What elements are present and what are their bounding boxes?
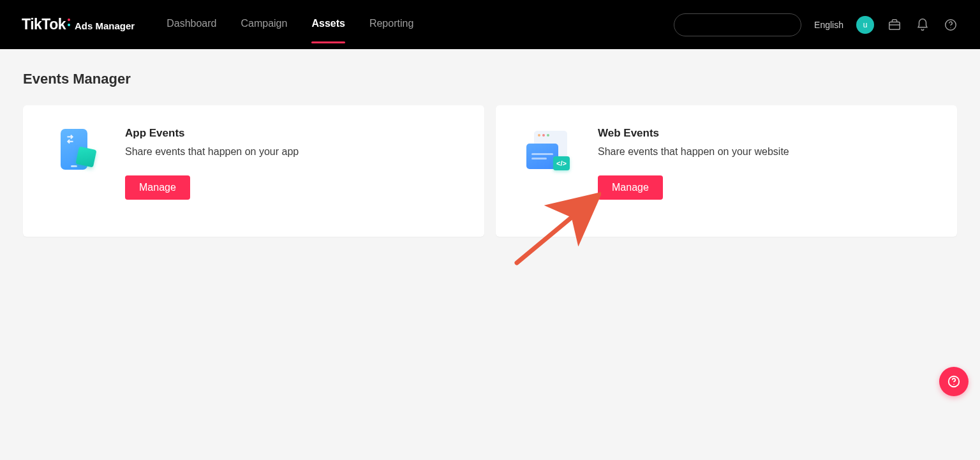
card-web-events: </> Web Events Share events that happen … xyxy=(496,105,957,237)
web-events-description: Share events that happen on your website xyxy=(598,146,935,158)
language-switcher[interactable]: English xyxy=(814,20,843,30)
brand-logo[interactable]: TikTok Ads Manager xyxy=(22,16,135,33)
help-circle-icon xyxy=(947,375,961,389)
app-events-manage-button[interactable]: Manage xyxy=(125,175,190,200)
web-events-icon: </> xyxy=(526,128,567,172)
logo-product-word: Ads Manager xyxy=(75,20,135,31)
briefcase-icon[interactable] xyxy=(887,17,902,33)
page-title: Events Manager xyxy=(23,71,957,87)
app-events-description: Share events that happen on your app xyxy=(125,146,463,158)
web-events-manage-button[interactable]: Manage xyxy=(598,175,663,200)
app-events-icon xyxy=(54,128,94,172)
nav-reporting[interactable]: Reporting xyxy=(369,18,413,32)
svg-point-2 xyxy=(950,27,951,28)
bell-icon[interactable] xyxy=(915,17,930,33)
user-avatar[interactable]: u xyxy=(856,16,874,34)
svg-rect-0 xyxy=(889,22,900,29)
event-cards-row: App Events Share events that happen on y… xyxy=(23,105,957,237)
page-content: Events Manager App Events Share events t… xyxy=(0,49,980,258)
top-nav-bar: TikTok Ads Manager Dashboard Campaign As… xyxy=(0,0,980,49)
web-events-title: Web Events xyxy=(598,127,935,140)
nav-assets[interactable]: Assets xyxy=(311,18,345,32)
user-avatar-letter: u xyxy=(863,20,868,29)
main-nav: Dashboard Campaign Assets Reporting xyxy=(167,18,413,32)
app-events-title: App Events xyxy=(125,127,463,140)
nav-campaign[interactable]: Campaign xyxy=(241,18,287,32)
logo-tiktok-word: TikTok xyxy=(22,16,66,33)
help-circle-icon[interactable] xyxy=(943,17,958,33)
nav-dashboard[interactable]: Dashboard xyxy=(167,18,216,32)
account-selector-pill[interactable] xyxy=(674,13,801,36)
card-app-events: App Events Share events that happen on y… xyxy=(23,105,484,237)
floating-help-button[interactable] xyxy=(939,367,969,396)
svg-point-5 xyxy=(953,384,954,385)
top-nav-right: English u xyxy=(674,13,958,36)
